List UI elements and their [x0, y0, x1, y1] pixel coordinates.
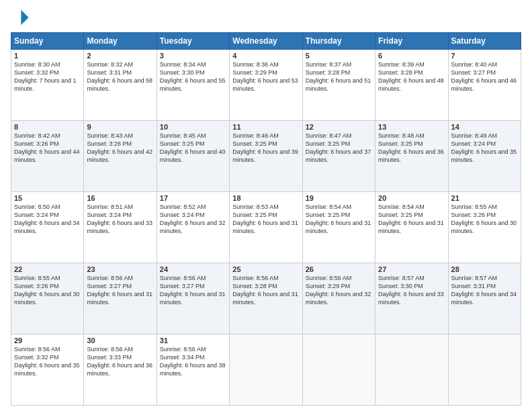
header	[11, 8, 521, 27]
day-number: 13	[378, 123, 445, 131]
day-info: Sunrise: 8:54 AM Sunset: 3:25 PM Dayligh…	[306, 203, 372, 236]
daylight-label: Daylight: 6 hours and 35 minutes.	[14, 362, 80, 377]
day-number: 1	[14, 52, 81, 60]
week-row-2: 8 Sunrise: 8:42 AM Sunset: 3:26 PM Dayli…	[11, 121, 521, 192]
daylight-label: Daylight: 6 hours and 31 minutes.	[87, 291, 152, 306]
daylight-label: Daylight: 6 hours and 34 minutes.	[451, 291, 517, 306]
sunset-label: Sunset: 3:26 PM	[14, 140, 59, 147]
daylight-label: Daylight: 6 hours and 31 minutes.	[378, 220, 444, 234]
sunrise-label: Sunrise: 8:46 AM	[232, 132, 279, 139]
sunrise-label: Sunrise: 8:54 AM	[378, 203, 425, 210]
column-header-tuesday: Tuesday	[157, 33, 229, 50]
daylight-label: Daylight: 6 hours and 30 minutes.	[14, 291, 80, 306]
daylight-label: Daylight: 7 hours and 1 minute.	[14, 77, 77, 92]
week-row-4: 22 Sunrise: 8:55 AM Sunset: 3:26 PM Dayl…	[11, 263, 521, 334]
daylight-label: Daylight: 6 hours and 32 minutes.	[160, 220, 226, 234]
calendar-table: SundayMondayTuesdayWednesdayThursdayFrid…	[11, 32, 521, 406]
daylight-label: Daylight: 6 hours and 33 minutes.	[87, 220, 152, 234]
sunrise-label: Sunrise: 8:49 AM	[451, 132, 498, 139]
calendar-cell: 28 Sunrise: 8:57 AM Sunset: 3:31 PM Dayl…	[448, 263, 521, 334]
calendar-cell: 26 Sunrise: 8:56 AM Sunset: 3:29 PM Dayl…	[302, 263, 375, 334]
sunset-label: Sunset: 3:27 PM	[87, 283, 132, 289]
column-header-thursday: Thursday	[302, 33, 375, 50]
daylight-label: Daylight: 6 hours and 58 minutes.	[87, 77, 152, 92]
sunset-label: Sunset: 3:28 PM	[232, 283, 277, 289]
sunset-label: Sunset: 3:24 PM	[160, 212, 205, 218]
calendar-cell: 22 Sunrise: 8:55 AM Sunset: 3:26 PM Dayl…	[11, 263, 84, 334]
day-number: 15	[14, 194, 81, 202]
day-number: 10	[160, 123, 226, 131]
calendar-cell: 4 Sunrise: 8:36 AM Sunset: 3:29 PM Dayli…	[230, 50, 302, 121]
daylight-label: Daylight: 6 hours and 36 minutes.	[378, 148, 444, 163]
day-info: Sunrise: 8:39 AM Sunset: 3:28 PM Dayligh…	[378, 60, 445, 93]
week-row-5: 29 Sunrise: 8:56 AM Sunset: 3:32 PM Dayl…	[11, 334, 521, 406]
day-info: Sunrise: 8:45 AM Sunset: 3:25 PM Dayligh…	[160, 132, 226, 165]
calendar-cell: 25 Sunrise: 8:56 AM Sunset: 3:28 PM Dayl…	[230, 263, 302, 334]
calendar-cell: 29 Sunrise: 8:56 AM Sunset: 3:32 PM Dayl…	[11, 334, 84, 406]
sunrise-label: Sunrise: 8:43 AM	[87, 132, 133, 139]
sunset-label: Sunset: 3:32 PM	[14, 354, 59, 361]
day-number: 25	[232, 265, 299, 273]
calendar-cell: 19 Sunrise: 8:54 AM Sunset: 3:25 PM Dayl…	[302, 192, 375, 263]
daylight-label: Daylight: 6 hours and 32 minutes.	[306, 291, 371, 306]
column-header-friday: Friday	[375, 33, 448, 50]
calendar-cell: 5 Sunrise: 8:37 AM Sunset: 3:28 PM Dayli…	[302, 50, 375, 121]
sunset-label: Sunset: 3:26 PM	[451, 212, 496, 218]
day-info: Sunrise: 8:43 AM Sunset: 3:26 PM Dayligh…	[87, 132, 153, 165]
svg-marker-1	[25, 10, 29, 14]
sunset-label: Sunset: 3:31 PM	[451, 283, 496, 289]
day-info: Sunrise: 8:34 AM Sunset: 3:30 PM Dayligh…	[160, 60, 226, 93]
sunset-label: Sunset: 3:28 PM	[378, 69, 423, 76]
calendar-cell: 13 Sunrise: 8:48 AM Sunset: 3:25 PM Dayl…	[375, 121, 448, 192]
sunset-label: Sunset: 3:28 PM	[306, 69, 351, 76]
daylight-label: Daylight: 6 hours and 31 minutes.	[306, 220, 371, 234]
daylight-label: Daylight: 6 hours and 39 minutes.	[232, 148, 298, 163]
day-number: 8	[14, 123, 81, 131]
calendar-cell: 2 Sunrise: 8:32 AM Sunset: 3:31 PM Dayli…	[84, 50, 157, 121]
day-number: 12	[306, 123, 372, 131]
column-header-sunday: Sunday	[11, 33, 84, 50]
daylight-label: Daylight: 6 hours and 51 minutes.	[306, 77, 371, 92]
day-info: Sunrise: 8:37 AM Sunset: 3:28 PM Dayligh…	[306, 60, 372, 93]
sunset-label: Sunset: 3:30 PM	[160, 69, 205, 76]
sunrise-label: Sunrise: 8:54 AM	[306, 203, 352, 210]
day-number: 22	[14, 265, 81, 273]
calendar-cell: 14 Sunrise: 8:49 AM Sunset: 3:24 PM Dayl…	[448, 121, 521, 192]
calendar-cell: 11 Sunrise: 8:46 AM Sunset: 3:25 PM Dayl…	[230, 121, 302, 192]
daylight-label: Daylight: 6 hours and 38 minutes.	[160, 362, 226, 377]
day-info: Sunrise: 8:54 AM Sunset: 3:25 PM Dayligh…	[378, 203, 445, 236]
sunrise-label: Sunrise: 8:55 AM	[451, 203, 498, 210]
daylight-label: Daylight: 6 hours and 37 minutes.	[306, 148, 371, 163]
sunset-label: Sunset: 3:25 PM	[378, 212, 423, 218]
sunrise-label: Sunrise: 8:48 AM	[378, 132, 425, 139]
sunrise-label: Sunrise: 8:45 AM	[160, 132, 206, 139]
sunset-label: Sunset: 3:24 PM	[14, 212, 59, 218]
daylight-label: Daylight: 6 hours and 35 minutes.	[451, 148, 517, 163]
day-number: 14	[451, 123, 518, 131]
day-info: Sunrise: 8:56 AM Sunset: 3:33 PM Dayligh…	[87, 345, 153, 378]
daylight-label: Daylight: 6 hours and 31 minutes.	[232, 291, 298, 306]
day-info: Sunrise: 8:50 AM Sunset: 3:24 PM Dayligh…	[14, 203, 81, 236]
calendar-cell: 10 Sunrise: 8:45 AM Sunset: 3:25 PM Dayl…	[157, 121, 229, 192]
page: SundayMondayTuesdayWednesdayThursdayFrid…	[0, 0, 532, 411]
sunset-label: Sunset: 3:29 PM	[232, 69, 277, 76]
sunset-label: Sunset: 3:25 PM	[306, 140, 351, 147]
sunrise-label: Sunrise: 8:40 AM	[451, 61, 498, 68]
sunrise-label: Sunrise: 8:56 AM	[160, 275, 206, 281]
sunset-label: Sunset: 3:30 PM	[378, 283, 423, 289]
daylight-label: Daylight: 6 hours and 40 minutes.	[160, 148, 226, 163]
calendar-cell: 3 Sunrise: 8:34 AM Sunset: 3:30 PM Dayli…	[157, 50, 229, 121]
calendar-cell: 7 Sunrise: 8:40 AM Sunset: 3:27 PM Dayli…	[448, 50, 521, 121]
day-info: Sunrise: 8:56 AM Sunset: 3:27 PM Dayligh…	[160, 274, 226, 307]
calendar-cell: 15 Sunrise: 8:50 AM Sunset: 3:24 PM Dayl…	[11, 192, 84, 263]
day-number: 29	[14, 336, 81, 345]
day-info: Sunrise: 8:55 AM Sunset: 3:26 PM Dayligh…	[14, 274, 81, 307]
sunset-label: Sunset: 3:25 PM	[160, 140, 205, 147]
sunset-label: Sunset: 3:31 PM	[87, 69, 132, 76]
sunrise-label: Sunrise: 8:56 AM	[87, 346, 133, 353]
daylight-label: Daylight: 6 hours and 53 minutes.	[232, 77, 298, 92]
day-info: Sunrise: 8:40 AM Sunset: 3:27 PM Dayligh…	[451, 60, 518, 93]
calendar-cell	[302, 334, 375, 406]
calendar-cell: 16 Sunrise: 8:51 AM Sunset: 3:24 PM Dayl…	[84, 192, 157, 263]
calendar-cell: 31 Sunrise: 8:56 AM Sunset: 3:34 PM Dayl…	[157, 334, 229, 406]
